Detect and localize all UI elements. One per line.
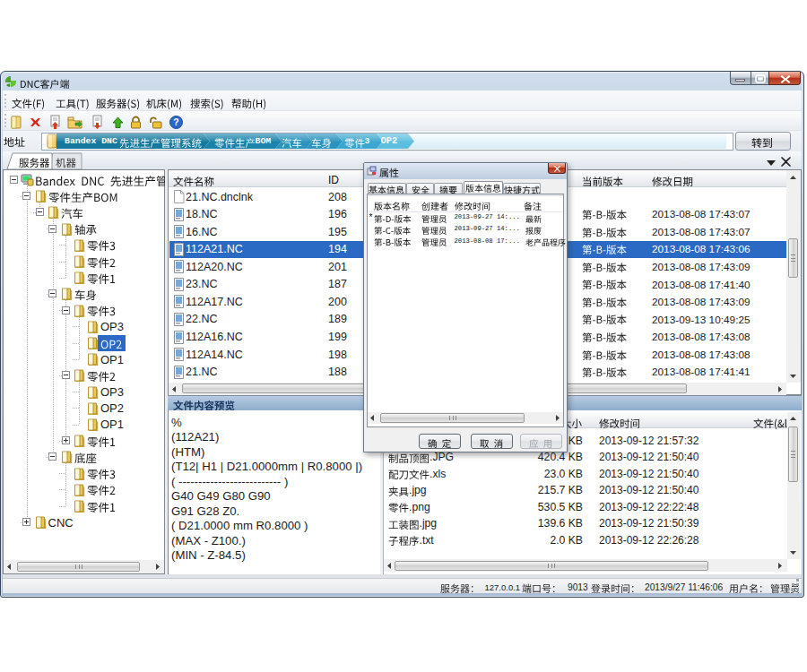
svg-text:?: ?: [173, 116, 178, 127]
